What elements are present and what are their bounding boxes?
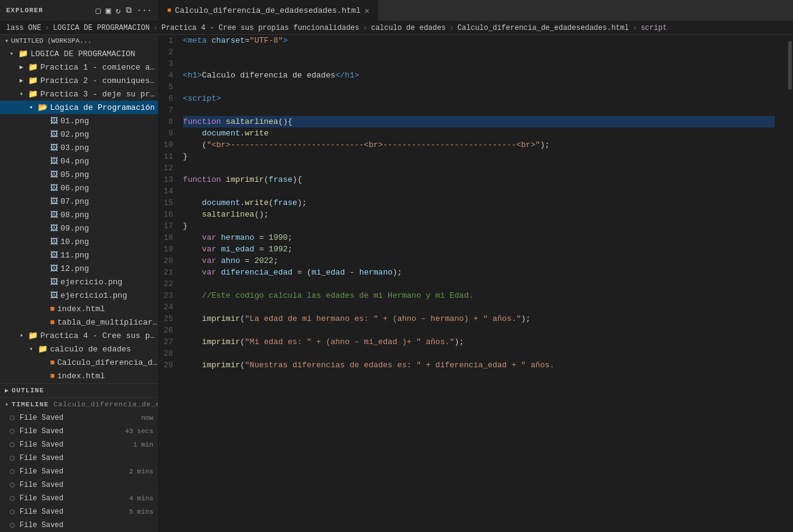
timeline-item-7[interactable]: File Saved 5 mins	[0, 505, 158, 519]
sidebar-item-01png[interactable]: 🖼 01.png	[0, 114, 158, 128]
sidebar-item-tabla[interactable]: ■ tabla_de_multiplicar.html	[0, 315, 158, 329]
scrollbar-thumb[interactable]	[788, 41, 792, 90]
timeline-entries: File Saved now File Saved 43 secs File S…	[0, 411, 158, 532]
breadcrumb-item-3[interactable]: Practica 4 - Cree sus propias funcionali…	[161, 24, 359, 32]
file-label: 12.png	[60, 264, 89, 273]
sidebar-item-11png[interactable]: 🖼 11.png	[0, 248, 158, 262]
folder-label: Lógica de Programación	[50, 103, 155, 112]
timeline-item-3[interactable]: File Saved	[0, 451, 158, 465]
timeline-header[interactable]: ▾ TIMELINE Calculo_diferencia_de_edades.…	[0, 398, 158, 411]
sidebar-item-02png[interactable]: 🖼 02.png	[0, 128, 158, 141]
new-file-icon[interactable]: ▢	[95, 5, 100, 16]
timeline-item-0[interactable]: File Saved now	[0, 411, 158, 425]
sidebar-item-calculo[interactable]: ▾ 📁 calculo de edades	[0, 342, 158, 356]
code-editor[interactable]: 1234567891011121314151617181920212223242…	[159, 35, 793, 532]
sidebar-item-practica1[interactable]: ▶ 📁 Practica 1 - comience a prog...	[0, 60, 158, 74]
collapse-icon[interactable]: ⧉	[126, 5, 132, 16]
explorer-header: EXPLORER ▢ ▣ ↻ ⧉ ···	[0, 0, 159, 21]
sidebar-item-03png[interactable]: 🖼 03.png	[0, 141, 158, 154]
timeline-event: File Saved	[20, 494, 124, 503]
code-line-14	[183, 185, 775, 197]
code-line-24	[183, 301, 775, 313]
sidebar-item-06png[interactable]: 🖼 06.png	[0, 181, 158, 195]
sidebar-item-index-html[interactable]: ■ index.html	[0, 302, 158, 315]
timeline-event: File Saved	[20, 467, 124, 476]
breadcrumb-item-2[interactable]: LOGICA DE PROGRAMACION	[53, 24, 150, 32]
breadcrumb-item-4[interactable]: calculo de edades	[371, 24, 446, 32]
timeline-item-1[interactable]: File Saved 43 secs	[0, 425, 158, 438]
tab-close-button[interactable]: ✕	[364, 5, 369, 16]
sidebar-item-calculo-file[interactable]: ■ Calculo_diferencia_de_ed...	[0, 356, 158, 369]
sidebar-item-logica-prog[interactable]: ▾ 📂 Lógica de Programación	[0, 101, 158, 114]
breadcrumb-item-1[interactable]: lass ONE	[6, 24, 42, 32]
folder-icon: 📁	[38, 344, 48, 354]
folder-label: LOGICA DE PROGRAMACION	[31, 49, 136, 59]
timeline-item-2[interactable]: File Saved 1 min	[0, 438, 158, 451]
more-icon[interactable]: ···	[137, 5, 152, 16]
timeline-arrow: ▾	[5, 401, 9, 408]
folder-label: Practica 1 - comience a prog...	[40, 63, 158, 72]
timeline-event: File Saved	[20, 454, 148, 462]
code-line-23: //Este codigo calcula las edades de mi H…	[183, 290, 775, 301]
timeline-item-5[interactable]: File Saved	[0, 478, 158, 492]
file-label: tabla_de_multiplicar.html	[57, 318, 158, 327]
code-line-9: document.write	[183, 128, 775, 139]
folder-icon: 📁	[28, 62, 38, 72]
sidebar-item-09png[interactable]: 🖼 09.png	[0, 221, 158, 235]
code-content[interactable]: <meta charset="UTF-8"> <h1>Calculo difer…	[183, 35, 787, 532]
timeline-panel: ▾ TIMELINE Calculo_diferencia_de_edades.…	[0, 397, 158, 532]
timeline-time: 43 secs	[125, 428, 153, 435]
sidebar-item-logica[interactable]: ▾ 📁 LOGICA DE PROGRAMACION	[0, 47, 158, 60]
file-label: ejercicio1.png	[60, 291, 127, 300]
timeline-item-4[interactable]: File Saved 2 mins	[0, 465, 158, 478]
tabs-area: ■ Calculo_diferencia_de_edadesedades.htm…	[159, 0, 793, 21]
file-icon: 🖼	[50, 143, 58, 153]
code-line-17: }	[183, 220, 775, 232]
new-folder-icon[interactable]: ▣	[106, 5, 110, 16]
sidebar-item-12png[interactable]: 🖼 12.png	[0, 262, 158, 275]
sidebar-item-05png[interactable]: 🖼 05.png	[0, 168, 158, 181]
explorer-actions[interactable]: ▢ ▣ ↻ ⧉ ···	[95, 5, 152, 16]
timeline-time: 1 min	[133, 441, 153, 448]
file-label: 08.png	[60, 210, 89, 220]
arrow-icon: ▶	[20, 63, 28, 71]
file-label: Calculo_diferencia_de_ed...	[57, 358, 158, 367]
sidebar-item-index2[interactable]: ■ index.html	[0, 369, 158, 383]
workspace-header[interactable]: ▾ UNTITLED (WORKSPA...	[0, 35, 158, 47]
code-line-6: <script>	[183, 93, 775, 104]
timeline-item-8[interactable]: File Saved	[0, 519, 158, 532]
active-tab[interactable]: ■ Calculo_diferencia_de_edadesedades.htm…	[159, 0, 378, 21]
breadcrumb-item-5[interactable]: Calculo_diferencia_de_edadesedades.html	[457, 24, 629, 32]
code-line-4: <h1>Calculo diferencia de edades</h1>	[183, 70, 775, 81]
file-label: 09.png	[60, 224, 89, 233]
title-bar: EXPLORER ▢ ▣ ↻ ⧉ ··· ■ Calculo_diferenci…	[0, 0, 793, 21]
sidebar-item-ejercicio1[interactable]: 🖼 ejercicio1.png	[0, 289, 158, 302]
main-area: ▾ UNTITLED (WORKSPA... ▾ 📁 LOGICA DE PRO…	[0, 35, 793, 532]
timeline-event: File Saved	[20, 481, 148, 489]
code-line-16: saltarlinea();	[183, 209, 775, 220]
code-line-29: imprimir("Nuestras diferencias de edades…	[183, 359, 775, 371]
folder-icon: 📁	[28, 89, 38, 99]
timeline-event: File Saved	[20, 414, 136, 422]
breadcrumb-item-6[interactable]: script	[640, 24, 667, 32]
sidebar-item-10png[interactable]: 🖼 10.png	[0, 235, 158, 248]
sidebar-item-practica3[interactable]: ▾ 📁 Practica 3 - deje su program...	[0, 87, 158, 101]
folder-open-icon: 📁	[18, 49, 28, 59]
sidebar-item-04png[interactable]: 🖼 04.png	[0, 154, 158, 168]
sidebar-item-07png[interactable]: 🖼 07.png	[0, 195, 158, 208]
sidebar-item-ejercicio[interactable]: 🖼 ejercicio.png	[0, 275, 158, 289]
outline-arrow: ▶	[5, 387, 9, 394]
file-icon: ■	[50, 318, 55, 327]
timeline-item-6[interactable]: File Saved 4 mins	[0, 492, 158, 505]
sidebar-item-practica4[interactable]: ▾ 📁 Practica 4 - Cree sus propia...	[0, 329, 158, 342]
timeline-dot	[10, 415, 15, 420]
arrow-icon: ▾	[20, 90, 28, 98]
sidebar-item-practica2[interactable]: ▶ 📁 Practica 2 - comuniquese co...	[0, 74, 158, 87]
sidebar: ▾ UNTITLED (WORKSPA... ▾ 📁 LOGICA DE PRO…	[0, 35, 159, 532]
scrollbar-track[interactable]	[787, 35, 793, 532]
file-icon: 🖼	[50, 224, 58, 233]
sidebar-item-08png[interactable]: 🖼 08.png	[0, 208, 158, 221]
code-line-5	[183, 81, 775, 93]
outline-header[interactable]: ▶ OUTLINE	[0, 384, 158, 397]
refresh-icon[interactable]: ↻	[115, 5, 120, 16]
